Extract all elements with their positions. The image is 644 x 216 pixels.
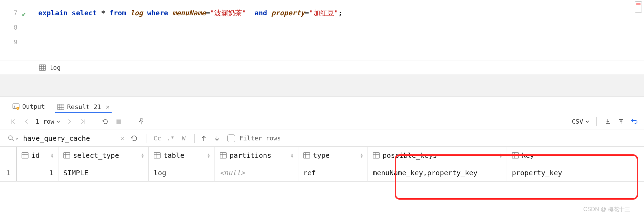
pin-icon[interactable] bbox=[137, 117, 145, 126]
result-toolbar: 1 row CSV bbox=[0, 113, 644, 130]
sql-editor[interactable]: 7 ✔ 8 9 explain select * from log where … bbox=[0, 0, 644, 61]
case-toggle[interactable]: Cc bbox=[153, 134, 162, 142]
svg-rect-7 bbox=[58, 104, 64, 110]
sort-icon: ▲▼ bbox=[208, 153, 210, 158]
col-label: select_type bbox=[73, 151, 119, 160]
col-header-key[interactable]: key bbox=[507, 147, 644, 164]
filter-rows-label: Filter rows bbox=[239, 134, 281, 142]
col-header-id[interactable]: id ▲▼ bbox=[17, 147, 58, 164]
grid-header-row: id ▲▼ select_type ▲▼ table ▲▼ partitions… bbox=[0, 147, 644, 164]
divider bbox=[130, 117, 130, 126]
col-header-type[interactable]: type ▲▼ bbox=[298, 147, 368, 164]
search-icon bbox=[8, 135, 15, 142]
close-icon[interactable]: ✕ bbox=[106, 103, 110, 110]
col-header-table[interactable]: table ▲▼ bbox=[149, 147, 215, 164]
wildcard: * bbox=[101, 9, 105, 17]
row-count-dropdown[interactable]: 1 row bbox=[35, 118, 61, 125]
cell-partitions[interactable]: <null> bbox=[215, 164, 298, 182]
column-icon bbox=[303, 152, 310, 159]
sort-icon: ▲▼ bbox=[142, 153, 144, 158]
kw-where: where bbox=[147, 9, 168, 17]
arrow-down-icon[interactable] bbox=[214, 135, 223, 141]
clear-search-icon[interactable]: ✕ bbox=[118, 134, 127, 142]
col-label: partitions bbox=[230, 151, 271, 160]
search-input[interactable] bbox=[23, 134, 113, 142]
column-icon bbox=[154, 152, 161, 159]
row-number-header bbox=[0, 147, 17, 164]
svg-rect-29 bbox=[373, 153, 379, 158]
table-row[interactable]: 1 1 SIMPLE log <null> ref menuName_key,p… bbox=[0, 164, 644, 182]
words-toggle[interactable]: W bbox=[179, 134, 188, 142]
col-label: possible_keys bbox=[383, 151, 437, 160]
col-label: id bbox=[31, 151, 40, 160]
column-icon bbox=[63, 152, 70, 159]
regex-toggle[interactable]: .* bbox=[166, 134, 175, 142]
line-gutter: 7 ✔ 8 9 bbox=[0, 0, 28, 61]
svg-rect-12 bbox=[116, 119, 121, 124]
panel-gap bbox=[0, 74, 644, 97]
cell-select-type[interactable]: SIMPLE bbox=[58, 164, 149, 182]
sort-icon: ▲▼ bbox=[500, 153, 502, 158]
chevron-down-icon bbox=[56, 119, 61, 124]
code-area[interactable]: explain select * from log where menuName… bbox=[28, 0, 644, 61]
line-number: 9 bbox=[0, 35, 28, 49]
tab-result[interactable]: Result 21 ✕ bbox=[55, 100, 112, 113]
sync-icon[interactable] bbox=[630, 117, 638, 126]
kw-and: and bbox=[255, 9, 267, 17]
tab-output[interactable]: Output bbox=[10, 100, 47, 113]
watermark: CSDN @ 梅花十三 bbox=[583, 206, 630, 213]
sort-icon: ▲▼ bbox=[291, 153, 293, 158]
col-label: table bbox=[163, 151, 184, 160]
arrow-up-icon[interactable] bbox=[201, 135, 210, 141]
breadcrumb-item[interactable]: log bbox=[49, 64, 61, 71]
col-header-possible-keys[interactable]: possible_keys ▲▼ bbox=[368, 147, 507, 164]
row-number: 1 bbox=[0, 164, 17, 182]
str-literal: "加红豆" bbox=[309, 9, 338, 17]
ok-check-icon: ✔ bbox=[22, 7, 26, 22]
result-grid: id ▲▼ select_type ▲▼ table ▲▼ partitions… bbox=[0, 147, 644, 182]
first-page-icon bbox=[9, 117, 17, 126]
kw-select: select bbox=[72, 9, 97, 17]
svg-rect-20 bbox=[154, 153, 160, 158]
kw-explain: explain bbox=[38, 9, 67, 17]
col-label: key bbox=[522, 151, 534, 160]
download-icon[interactable] bbox=[604, 117, 612, 126]
refresh-icon[interactable] bbox=[101, 117, 110, 126]
col-header-partitions[interactable]: partitions ▲▼ bbox=[215, 147, 298, 164]
column-icon bbox=[22, 152, 29, 159]
svg-rect-32 bbox=[512, 153, 518, 158]
svg-rect-14 bbox=[22, 153, 28, 158]
divider bbox=[94, 117, 94, 126]
col-header-select-type[interactable]: select_type ▲▼ bbox=[58, 147, 149, 164]
svg-rect-23 bbox=[220, 153, 226, 158]
cell-type[interactable]: ref bbox=[298, 164, 368, 182]
svg-point-13 bbox=[9, 136, 13, 139]
editor-minimap[interactable] bbox=[635, 1, 642, 13]
cell-possible-keys[interactable]: menuName_key,property_key bbox=[368, 164, 507, 182]
chevron-down-icon bbox=[585, 119, 589, 124]
kw-from: from bbox=[110, 9, 126, 17]
col-property: property bbox=[271, 9, 305, 17]
tab-label: Output bbox=[22, 103, 45, 110]
column-icon bbox=[512, 152, 519, 159]
history-icon[interactable] bbox=[131, 135, 140, 142]
col-label: type bbox=[313, 151, 330, 160]
upload-icon[interactable] bbox=[617, 117, 625, 126]
export-format-label: CSV bbox=[572, 118, 583, 125]
export-format-dropdown[interactable]: CSV bbox=[572, 118, 589, 125]
column-icon bbox=[373, 152, 380, 159]
line-number: 8 bbox=[0, 20, 28, 35]
table-icon bbox=[39, 64, 46, 71]
cell-table[interactable]: log bbox=[149, 164, 215, 182]
result-tabs: Output Result 21 ✕ bbox=[0, 97, 644, 113]
prev-page-icon bbox=[22, 117, 31, 126]
filter-bar: ▸ ✕ Cc .* W Filter rows bbox=[0, 130, 644, 147]
tab-label: Result 21 bbox=[67, 103, 101, 110]
filter-rows-checkbox[interactable] bbox=[227, 134, 235, 142]
divider bbox=[596, 117, 597, 126]
cell-id[interactable]: 1 bbox=[17, 164, 58, 182]
svg-rect-26 bbox=[304, 153, 310, 158]
col-menuname: menuName bbox=[172, 9, 206, 17]
cell-key[interactable]: property_key bbox=[507, 164, 644, 182]
stop-icon bbox=[114, 117, 123, 126]
